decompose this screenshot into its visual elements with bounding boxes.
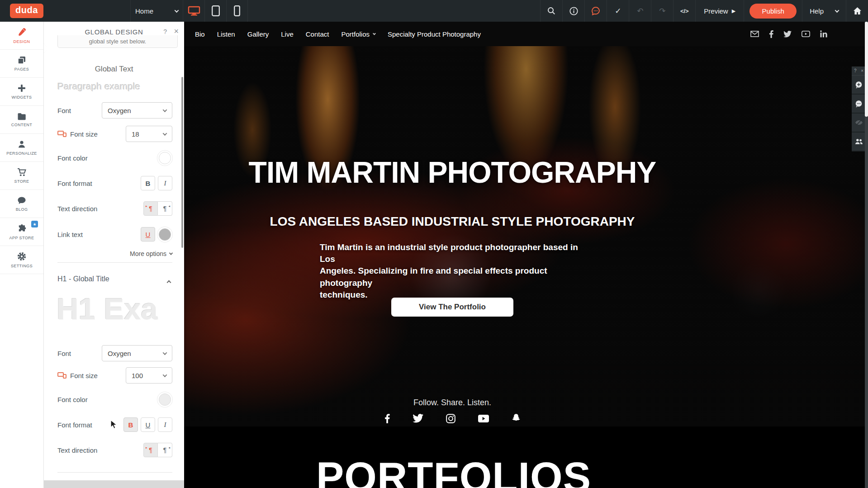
font-size-select[interactable]: 18 bbox=[126, 126, 172, 142]
h1-font-size-select[interactable]: 100 bbox=[126, 367, 172, 384]
preview-button[interactable]: Preview ▶ bbox=[695, 0, 744, 22]
sidebar-item-widgets[interactable]: WIDGETS bbox=[0, 78, 43, 106]
panel-bottom-gutter bbox=[44, 480, 184, 488]
bold-button[interactable]: B bbox=[141, 176, 155, 190]
h1-example-preview: H1 Exa bbox=[57, 291, 184, 326]
snapchat-icon[interactable] bbox=[512, 413, 521, 423]
page-selector-dropdown[interactable]: Home bbox=[130, 0, 183, 22]
info-button[interactable] bbox=[562, 0, 584, 22]
italic-glyph: I bbox=[164, 421, 166, 429]
rtl-arrow: ◂ bbox=[168, 204, 170, 208]
hero-description[interactable]: Tim Martin is an industrial style produc… bbox=[320, 242, 587, 301]
play-icon: ▶ bbox=[732, 8, 735, 14]
font-format-row: Font format B I bbox=[57, 175, 172, 191]
dashboard-home-button[interactable] bbox=[846, 0, 868, 22]
redo-button[interactable]: ↷ bbox=[651, 0, 673, 22]
page-scrollbar[interactable] bbox=[865, 22, 868, 488]
h1-text-direction-label: Text direction bbox=[57, 446, 97, 454]
panel-help-icon[interactable]: ? bbox=[163, 28, 167, 35]
nav-link-portfolios[interactable]: Portfolios bbox=[341, 30, 375, 38]
puzzle-icon bbox=[17, 224, 27, 233]
dev-mode-button[interactable]: </> bbox=[673, 0, 695, 22]
pilcrow-icon: ¶ bbox=[149, 446, 152, 454]
tablet-view-button[interactable] bbox=[204, 0, 226, 22]
nav-link-specialty[interactable]: Specialty Product Photography bbox=[388, 30, 481, 38]
search-icon bbox=[547, 7, 555, 15]
ltr-direction-button[interactable]: ▸ ¶ bbox=[143, 201, 158, 216]
undo-button[interactable]: ↶ bbox=[629, 0, 651, 22]
sidebar-item-design[interactable]: DESIGN bbox=[0, 22, 43, 50]
sidebar-item-label: SETTINGS bbox=[11, 264, 33, 268]
help-dropdown[interactable]: Help bbox=[802, 0, 846, 22]
more-options-link[interactable]: More options bbox=[130, 250, 172, 257]
more-options-label: More options bbox=[130, 250, 166, 257]
h1-italic-button[interactable]: I bbox=[158, 417, 172, 432]
rtl-direction-button[interactable]: ¶ ◂ bbox=[158, 201, 172, 216]
duda-logo[interactable]: duda bbox=[10, 4, 43, 18]
add-comment-icon bbox=[855, 81, 863, 89]
sidebar-item-personalize[interactable]: PERSONALIZE bbox=[0, 134, 43, 162]
collaborators-button[interactable] bbox=[852, 133, 866, 152]
italic-button[interactable]: I bbox=[158, 176, 172, 190]
twitter-icon[interactable] bbox=[783, 31, 792, 38]
tablet-icon bbox=[212, 5, 220, 16]
search-button[interactable] bbox=[540, 0, 562, 22]
h1-underline-button[interactable]: U bbox=[141, 417, 155, 432]
panel-close-icon[interactable]: × bbox=[174, 27, 179, 36]
sidebar-item-store[interactable]: STORE bbox=[0, 162, 43, 190]
h1-ltr-direction-button[interactable]: ▸ ¶ bbox=[143, 443, 158, 457]
desktop-view-button[interactable] bbox=[183, 0, 204, 22]
design-brush-icon bbox=[17, 27, 27, 37]
nav-link-live[interactable]: Live bbox=[281, 30, 294, 38]
linkedin-icon[interactable] bbox=[820, 30, 827, 38]
feedback-button[interactable] bbox=[584, 0, 607, 22]
portfolios-heading[interactable]: PORTFOLIOS bbox=[184, 454, 796, 488]
h1-font-color-swatch[interactable] bbox=[159, 393, 171, 406]
h1-font-color-row: Font color bbox=[57, 391, 172, 407]
nav-link-gallery[interactable]: Gallery bbox=[247, 30, 269, 38]
add-comment-button[interactable] bbox=[852, 76, 866, 95]
panel-scrollbar[interactable] bbox=[181, 77, 183, 248]
chevron-up-icon bbox=[167, 280, 171, 285]
instagram-icon[interactable] bbox=[446, 414, 455, 423]
sidebar-item-pages[interactable]: PAGES bbox=[0, 50, 43, 78]
nav-link-contact[interactable]: Contact bbox=[306, 30, 329, 38]
nav-link-bio[interactable]: Bio bbox=[195, 30, 205, 38]
font-select[interactable]: Oxygen bbox=[102, 102, 172, 118]
email-icon[interactable] bbox=[750, 31, 759, 37]
hide-comments-button[interactable] bbox=[852, 114, 866, 133]
facebook-icon[interactable] bbox=[384, 414, 390, 423]
view-portfolio-button[interactable]: View The Portfolio bbox=[391, 298, 513, 317]
sidebar-item-blog[interactable]: BLOG bbox=[0, 190, 43, 218]
h1-rtl-direction-button[interactable]: ¶ ◂ bbox=[158, 443, 172, 457]
sidebar-item-app-store[interactable]: ★ APP STORE bbox=[0, 218, 43, 246]
toolbar-close-icon[interactable]: × bbox=[861, 68, 863, 73]
site-preview-canvas: Bio Listen Gallery Live Contact Portfoli… bbox=[184, 22, 868, 488]
nav-link-listen[interactable]: Listen bbox=[217, 30, 235, 38]
publish-button[interactable]: Publish bbox=[749, 4, 797, 19]
youtube-icon[interactable] bbox=[478, 415, 489, 422]
mobile-view-button[interactable] bbox=[226, 0, 248, 22]
link-underline-button[interactable]: U bbox=[141, 227, 155, 242]
underline-glyph: U bbox=[146, 231, 151, 238]
hero-subtitle[interactable]: LOS ANGELES BASED INDUSTRIAL STYLE PHOTO… bbox=[235, 214, 669, 229]
mouse-cursor bbox=[110, 420, 119, 430]
font-color-swatch[interactable] bbox=[159, 152, 171, 164]
twitter-icon[interactable] bbox=[413, 414, 423, 423]
collapse-section-button[interactable] bbox=[167, 278, 171, 286]
facebook-icon[interactable] bbox=[769, 30, 773, 38]
panel-note: global style set below. bbox=[57, 35, 178, 48]
h1-bold-button[interactable]: B bbox=[123, 417, 138, 432]
info-icon bbox=[569, 7, 578, 15]
comments-button[interactable] bbox=[852, 95, 866, 114]
h1-font-select[interactable]: Oxygen bbox=[102, 345, 172, 361]
sidebar-item-content[interactable]: CONTENT bbox=[0, 106, 43, 134]
sidebar-item-settings[interactable]: SETTINGS bbox=[0, 246, 43, 274]
site-check-button[interactable]: ✓ bbox=[607, 0, 629, 22]
link-color-swatch[interactable] bbox=[159, 228, 171, 241]
toolbar-help-icon[interactable]: ? bbox=[854, 68, 857, 73]
hero-title[interactable]: TIM MARTIN PHOTOGRAPHY bbox=[235, 155, 669, 190]
page-scrollbar-thumb[interactable] bbox=[865, 22, 868, 117]
youtube-icon[interactable] bbox=[802, 31, 810, 37]
check-icon: ✓ bbox=[615, 6, 621, 16]
